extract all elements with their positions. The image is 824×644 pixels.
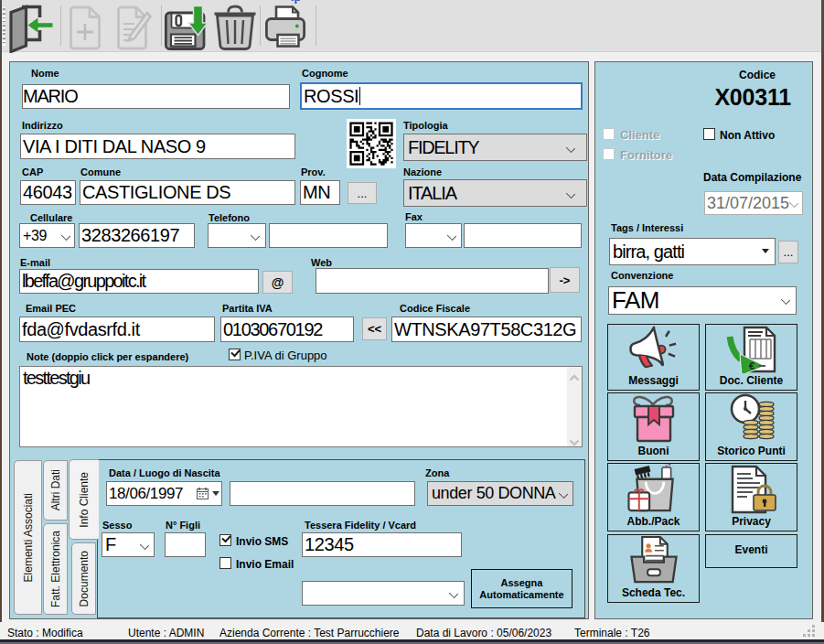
svg-text:€: € bbox=[749, 360, 754, 371]
